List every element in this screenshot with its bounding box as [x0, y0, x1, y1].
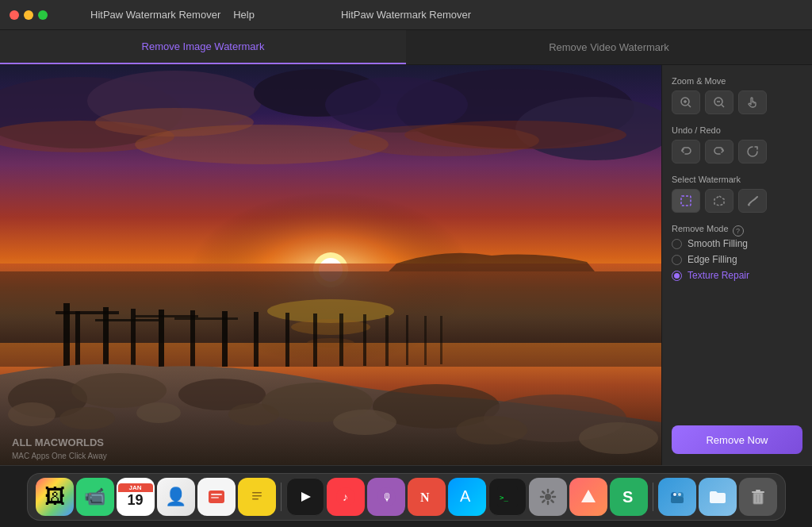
svg-text:MAC Apps One Click Away: MAC Apps One Click Away	[12, 452, 107, 460]
zoom-out-button[interactable]	[705, 90, 733, 114]
close-button[interactable]	[10, 10, 19, 20]
dock-item-appstore[interactable]: A	[448, 478, 486, 516]
titlebar: HitPaw Watermark Remover Help HitPaw Wat…	[0, 0, 812, 30]
dock-item-facetime[interactable]: 📹	[76, 478, 114, 516]
dock-item-folder[interactable]	[699, 478, 737, 516]
smooth-filling-radio[interactable]	[672, 239, 682, 249]
dock-item-contacts[interactable]: 👤	[157, 478, 195, 516]
dock-item-calendar[interactable]: JAN 19	[117, 478, 155, 516]
menu-help[interactable]: Help	[233, 9, 255, 21]
remove-mode-section: Remove Mode ? Smooth Filling Edge Fillin…	[672, 224, 802, 281]
dock-item-photos[interactable]: 🖼	[36, 478, 74, 516]
svg-text:S: S	[622, 488, 633, 506]
smooth-filling-label: Smooth Filling	[688, 238, 748, 249]
svg-point-51	[456, 416, 527, 444]
tab-image-watermark[interactable]: Remove Image Watermark	[0, 30, 406, 64]
svg-point-79	[545, 494, 551, 500]
select-watermark-buttons	[672, 189, 802, 213]
select-watermark-title: Select Watermark	[672, 175, 802, 184]
svg-rect-32	[385, 315, 389, 366]
polygon-select-button[interactable]	[705, 189, 733, 213]
titlebar-menu: HitPaw Watermark Remover Help	[71, 9, 255, 21]
svg-rect-62	[681, 196, 691, 206]
dock-item-reminders[interactable]	[197, 478, 236, 516]
zoom-move-buttons	[672, 90, 802, 114]
svg-rect-89	[756, 490, 760, 491]
svg-rect-31	[363, 314, 366, 366]
undo-redo-section: Undo / Redo	[672, 125, 802, 163]
svg-point-13	[135, 125, 389, 164]
svg-point-49	[228, 403, 279, 425]
dock-item-terminal[interactable]: >_	[488, 478, 527, 516]
zoom-in-button[interactable]	[672, 90, 700, 114]
svg-rect-66	[250, 489, 264, 505]
dock-item-scripto[interactable]: S	[610, 478, 648, 516]
svg-point-47	[59, 407, 115, 429]
svg-rect-21	[75, 311, 80, 367]
undo-button[interactable]	[672, 140, 700, 163]
svg-rect-36	[56, 311, 119, 314]
help-icon[interactable]: ?	[733, 225, 744, 237]
svg-rect-84	[671, 497, 684, 503]
svg-rect-24	[159, 310, 164, 367]
remove-mode-options: Smooth Filling Edge Filling Texture Repa…	[672, 238, 802, 281]
undo-redo-buttons	[672, 140, 802, 163]
svg-rect-69	[252, 498, 259, 500]
svg-rect-22	[103, 307, 109, 367]
canvas-area: ALL MACWORLDS MAC Apps One Click Away	[0, 65, 661, 465]
grab-button[interactable]	[738, 90, 767, 114]
svg-line-56	[688, 105, 691, 107]
svg-text:♪: ♪	[343, 490, 348, 503]
remove-now-button[interactable]: Remove Now	[672, 425, 802, 454]
svg-rect-28	[285, 313, 289, 367]
svg-rect-37	[95, 319, 159, 321]
dock-item-appletv[interactable]	[286, 478, 324, 516]
smooth-filling-option[interactable]: Smooth Filling	[672, 238, 802, 249]
redo-button[interactable]	[705, 140, 733, 163]
minimize-button[interactable]	[24, 10, 33, 20]
maximize-button[interactable]	[38, 10, 48, 20]
svg-text:ALL MACWORLDS: ALL MACWORLDS	[12, 437, 104, 448]
dock-item-finder[interactable]	[658, 478, 696, 516]
svg-rect-27	[254, 312, 259, 367]
window-title: HitPaw Watermark Remover	[341, 9, 471, 21]
dock-item-music[interactable]: ♪	[327, 478, 365, 516]
svg-rect-34	[424, 316, 427, 365]
select-watermark-section: Select Watermark	[672, 175, 802, 213]
svg-rect-33	[406, 315, 408, 365]
dock: 🖼 📹 JAN 19 👤 ♪ 🎙 N A	[0, 465, 812, 527]
tabbar: Remove Image Watermark Remove Video Wate…	[0, 30, 812, 65]
texture-repair-option[interactable]: Texture Repair	[672, 270, 802, 281]
svg-rect-68	[252, 495, 262, 497]
dock-item-news[interactable]: N	[408, 478, 446, 516]
dock-divider-1	[281, 483, 282, 511]
svg-marker-70	[301, 492, 311, 502]
svg-point-50	[333, 410, 396, 435]
edge-filling-radio[interactable]	[672, 255, 682, 265]
sunset-image: ALL MACWORLDS MAC Apps One Click Away	[0, 65, 661, 465]
dock-item-notes[interactable]	[238, 478, 276, 516]
svg-text:🎙: 🎙	[382, 491, 393, 503]
svg-marker-80	[581, 490, 596, 502]
svg-rect-65	[211, 497, 219, 498]
svg-point-85	[673, 493, 676, 496]
dock-item-wireguard[interactable]	[569, 478, 607, 516]
menu-app[interactable]: HitPaw Watermark Remover	[90, 9, 220, 21]
svg-point-46	[8, 402, 56, 426]
tab-video-watermark[interactable]: Remove Video Watermark	[406, 30, 812, 64]
texture-repair-radio[interactable]	[672, 271, 682, 281]
edge-filling-label: Edge Filling	[688, 254, 737, 265]
reset-button[interactable]	[738, 140, 767, 163]
dock-item-trash[interactable]	[739, 478, 777, 516]
rect-select-button[interactable]	[672, 189, 700, 213]
svg-rect-38	[135, 315, 198, 317]
dock-item-sysprefs[interactable]	[529, 478, 567, 516]
brush-select-button[interactable]	[738, 189, 767, 213]
svg-rect-30	[339, 314, 343, 366]
svg-point-14	[349, 125, 539, 156]
edge-filling-option[interactable]: Edge Filling	[672, 254, 802, 265]
svg-rect-88	[752, 491, 764, 493]
svg-rect-67	[252, 492, 262, 494]
dock-item-podcasts[interactable]: 🎙	[367, 478, 405, 516]
svg-rect-64	[211, 494, 222, 495]
